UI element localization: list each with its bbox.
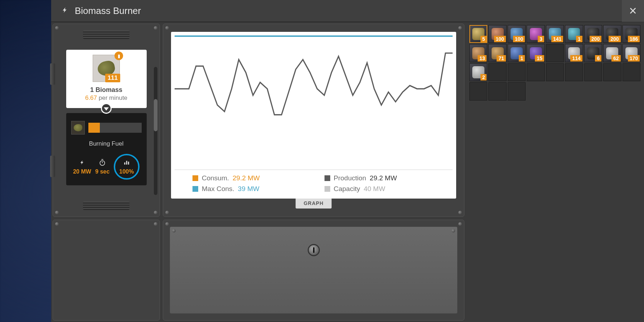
item-count: 2: [480, 74, 487, 80]
burning-label: Burning Fuel: [71, 140, 142, 147]
fuel-rate: 6.67 per minute: [70, 94, 143, 102]
legend-max-cons: Max Cons. 39 MW: [192, 185, 303, 193]
swatch-icon: [192, 175, 198, 181]
inventory-slot[interactable]: 71: [488, 44, 506, 62]
item-count: 141: [551, 36, 563, 42]
burning-card: Burning Fuel 20 MW 9 sec 100%: [66, 113, 147, 185]
center-column: Consum. 29.2 MW Production 29.2 MW Max C…: [163, 24, 464, 321]
stat-power: 20 MW: [73, 158, 91, 175]
titlebar: Biomass Burner: [51, 0, 644, 22]
inventory-slot[interactable]: [508, 82, 526, 100]
biomass-icon: [74, 124, 82, 131]
graph-tab[interactable]: GRAPH: [296, 198, 332, 209]
window-title: Biomass Burner: [75, 5, 622, 16]
fuel-name: 1 Biomass: [70, 86, 143, 94]
inventory-slot[interactable]: 170: [623, 44, 640, 62]
inventory-slot[interactable]: [546, 63, 564, 81]
inventory-slot[interactable]: 5: [469, 25, 487, 43]
inventory-slot[interactable]: [469, 82, 487, 100]
svg-rect-3: [128, 162, 129, 165]
window-body: ▮ 111 1 Biomass 6.67 per minute: [51, 22, 644, 322]
inventory-slot[interactable]: 62: [603, 44, 621, 62]
svg-rect-1: [124, 162, 125, 165]
inventory-slot[interactable]: [488, 63, 506, 81]
burning-item-slot[interactable]: [71, 121, 85, 135]
burn-progress-bar: [88, 123, 142, 133]
bolt-icon: [62, 6, 68, 16]
fuel-input-card: ▮ 111 1 Biomass 6.67 per minute: [66, 50, 147, 108]
swatch-icon: [325, 186, 330, 192]
inventory-slot[interactable]: [546, 44, 564, 62]
item-count: 200: [590, 36, 601, 42]
inventory-slot[interactable]: 3: [527, 25, 545, 43]
inventory-slot[interactable]: 114: [565, 44, 583, 62]
stat-time: 9 sec: [95, 158, 109, 175]
inventory-grid: 51001003141120020018613711151146621702: [469, 25, 640, 101]
inventory-slot[interactable]: 13: [469, 44, 487, 62]
item-count: 1: [576, 36, 582, 42]
scroll-thumb[interactable]: [154, 99, 157, 131]
fuel-stack-count: 111: [105, 74, 120, 82]
inventory-slot[interactable]: [508, 63, 526, 81]
close-button[interactable]: [622, 0, 644, 22]
graph-panel: Consum. 29.2 MW Production 29.2 MW Max C…: [163, 24, 464, 217]
left-column: ▮ 111 1 Biomass 6.67 per minute: [53, 24, 160, 321]
scroll-track: [154, 67, 157, 195]
legend-capacity: Capacity 40 MW: [325, 185, 435, 193]
inventory-slot[interactable]: [527, 63, 545, 81]
swatch-icon: [192, 186, 198, 192]
item-count: 3: [538, 36, 544, 42]
item-count: 15: [535, 55, 544, 62]
inventory-panel: 51001003141120020018613711151146621702: [467, 24, 643, 321]
inventory-slot[interactable]: 6: [584, 44, 602, 62]
chart-svg: [175, 37, 453, 167]
fuel-panel: ▮ 111 1 Biomass 6.67 per minute: [53, 24, 160, 217]
inventory-slot[interactable]: 100: [488, 25, 506, 43]
inventory-slot[interactable]: 1: [508, 44, 526, 62]
inventory-slot[interactable]: [584, 63, 602, 81]
inventory-slot[interactable]: [565, 63, 583, 81]
power-chart: Consum. 29.2 MW Production 29.2 MW Max C…: [171, 32, 456, 199]
stat-efficiency[interactable]: 100%: [114, 154, 140, 180]
inventory-slot[interactable]: [603, 63, 621, 81]
inventory-slot[interactable]: 2: [469, 63, 487, 81]
inventory-slot[interactable]: [623, 63, 640, 81]
hinge-decoration: [50, 63, 55, 85]
item-count: 62: [611, 55, 621, 62]
legend-consumption: Consum. 29.2 MW: [192, 174, 303, 182]
inventory-slot[interactable]: [488, 82, 506, 100]
inventory-slot[interactable]: 200: [584, 25, 602, 43]
flow-arrow-icon: [101, 103, 112, 114]
inventory-slot[interactable]: 186: [623, 25, 640, 43]
left-lower-panel: [53, 220, 160, 321]
item-count: 200: [609, 36, 620, 42]
stopwatch-icon: [99, 158, 106, 166]
stats-row: 20 MW 9 sec 100%: [71, 154, 142, 180]
keyhole-icon: [308, 244, 320, 256]
inventory-slot[interactable]: 1: [565, 25, 583, 43]
inventory-slot[interactable]: 100: [508, 25, 526, 43]
swatch-icon: [325, 175, 330, 181]
locker[interactable]: [170, 226, 458, 314]
bar-chart-icon: [123, 158, 130, 166]
hinge-decoration: [50, 156, 55, 177]
vent-decoration: [83, 201, 130, 210]
item-count: 100: [513, 36, 525, 42]
item-count: 13: [478, 55, 487, 62]
burn-progress-fill: [88, 123, 100, 133]
item-count: 114: [570, 55, 582, 62]
legend-production: Production 29.2 MW: [325, 174, 435, 182]
biomass-burner-window: Biomass Burner ▮ 111: [51, 0, 644, 322]
inventory-slot[interactable]: 15: [527, 44, 545, 62]
item-count: 5: [480, 36, 487, 42]
inventory-slot[interactable]: 141: [546, 25, 564, 43]
chart-legend: Consum. 29.2 MW Production 29.2 MW Max C…: [175, 174, 453, 193]
item-count: 71: [497, 55, 506, 62]
locker-panel: [163, 220, 464, 321]
item-count: 170: [628, 55, 640, 62]
fuel-item-slot[interactable]: ▮ 111: [93, 55, 120, 82]
vent-decoration: [83, 30, 130, 39]
bolt-icon: [80, 158, 85, 166]
item-count: 100: [494, 36, 506, 42]
inventory-slot[interactable]: 200: [603, 25, 621, 43]
